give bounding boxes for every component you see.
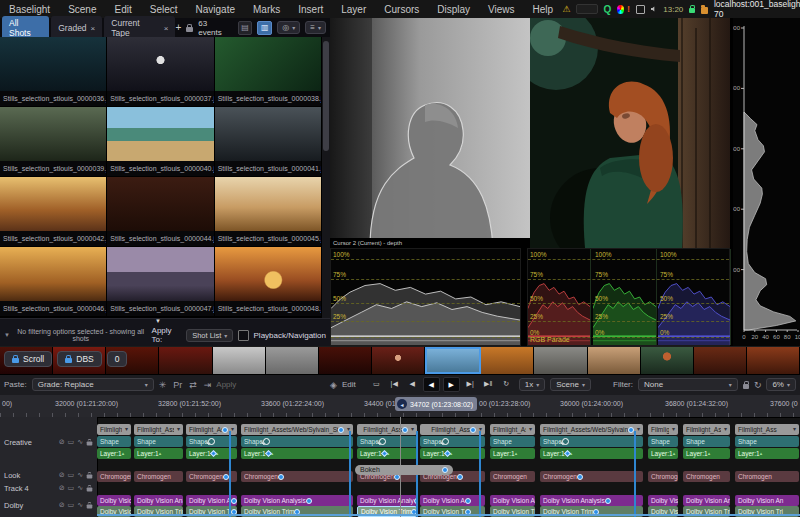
clip-filmlight[interactable]: Filmlight_Assets/Web/Sylvain_Stills/Stil… — [241, 424, 353, 435]
bokeh-pill[interactable]: Bokeh — [355, 465, 453, 475]
play-button[interactable]: ▶ — [443, 377, 460, 392]
gallery-thumbnail[interactable]: Stills_selection_stlouis_0000042.j — [0, 177, 107, 247]
chevron-down-icon[interactable]: ▾ — [231, 424, 234, 435]
gallery-scrollbar[interactable] — [322, 37, 330, 318]
colorwheel-icon[interactable] — [617, 5, 624, 14]
timeline-ruler[interactable]: 00)32000 (01:21:20:00)32800 (01:21:52:00… — [0, 395, 800, 418]
collapse-icon[interactable]: ▴ — [159, 448, 162, 459]
clip-chromogen[interactable]: Chromogen — [490, 471, 535, 482]
clip-shape[interactable]: Shape — [97, 436, 131, 447]
clip-filmlight[interactable]: Filmlight_Assets/Web/Sylvain_Still▾ — [540, 424, 643, 435]
display-icon[interactable] — [636, 5, 645, 14]
swap-icon[interactable]: ⇄ — [189, 380, 197, 390]
clip-shape[interactable]: Shape — [241, 436, 353, 447]
loop-button[interactable]: ↻ — [499, 377, 514, 390]
filmstrip-thumbnail[interactable] — [534, 347, 587, 374]
close-tab-icon[interactable]: × — [164, 24, 169, 33]
gallery-thumbnail[interactable]: Stills_selection_stlouis_0000047.j — [107, 247, 214, 317]
menubar-item-views[interactable]: Views — [479, 4, 524, 15]
menubar-item-display[interactable]: Display — [428, 4, 479, 15]
play-reverse-button[interactable]: ◀ — [423, 377, 440, 392]
clip-shape[interactable]: Shape — [735, 436, 799, 447]
gallery-lock-icon[interactable] — [186, 27, 193, 32]
connector-dot-icon[interactable] — [465, 498, 471, 504]
cursor-line[interactable] — [479, 431, 481, 517]
apply-to-select[interactable]: Shot List▾ — [186, 329, 233, 342]
chevron-down-icon[interactable]: ▾ — [529, 424, 532, 435]
refresh-icon[interactable]: ↻ — [754, 380, 762, 390]
close-tab-icon[interactable]: × — [91, 24, 96, 33]
connector-dot-icon[interactable] — [470, 427, 476, 433]
project-folder-icon[interactable] — [701, 7, 708, 14]
clip-chromogen[interactable]: Chromogen — [648, 471, 678, 482]
clip-dolby-analysis[interactable]: Dolby Vision Analysis — [540, 495, 643, 506]
clip-filmlight[interactable]: Filmlight_Ass▾ — [357, 424, 417, 435]
timeline[interactable]: 00)32000 (01:21:20:00)32800 (01:21:52:00… — [0, 395, 800, 517]
collapse-icon[interactable]: ▴ — [760, 448, 763, 459]
grid-view-button[interactable]: ▥ — [257, 21, 272, 35]
chevron-down-icon[interactable]: ▾ — [672, 424, 675, 435]
gallery-thumbnail[interactable]: Stills_selection_stlouis_0000044.j — [107, 177, 214, 247]
menubar-item-layer[interactable]: Layer — [332, 4, 375, 15]
clip-dolby-analysis[interactable]: Dolby Vision Ana — [97, 495, 131, 506]
clip-dolby-analysis[interactable]: Dolby Vision Ana — [490, 495, 535, 506]
clip-shape[interactable]: Shape — [490, 436, 535, 447]
step-forward-button[interactable]: ▶| — [463, 377, 478, 390]
collapse-icon[interactable]: ▴ — [515, 448, 518, 459]
gallery-thumbnail[interactable]: Stills_selection_stlouis_0000040.j — [107, 107, 214, 177]
connector-dot-icon[interactable] — [231, 498, 237, 504]
dbs-lock-button[interactable]: DBS — [57, 351, 101, 367]
menubar-item-scene[interactable]: Scene — [59, 4, 105, 15]
filmstrip-thumbnail[interactable] — [372, 347, 425, 374]
connector-dot-icon[interactable] — [457, 474, 463, 480]
connector-dot-icon[interactable] — [222, 427, 228, 433]
timeline-zoom-select[interactable]: 6%▾ — [766, 378, 796, 391]
gallery-thumbnail[interactable]: Stills_selection_stlouis_0000046.j — [0, 247, 107, 317]
menubar-item-marks[interactable]: Marks — [244, 4, 289, 15]
collapse-icon[interactable]: ▴ — [708, 448, 711, 459]
clip-filmlight[interactable]: Filmlight_Ass▾ — [97, 424, 131, 435]
connector-dot-icon[interactable] — [605, 498, 611, 504]
depth-matte-viewer[interactable] — [330, 18, 530, 248]
mark-icon[interactable]: ▭ — [369, 377, 384, 390]
gallery-layout-dropdown[interactable]: ≡▾ — [305, 21, 326, 34]
cursor-line[interactable] — [634, 431, 636, 517]
clip-layer[interactable]: Layer:1▴ — [490, 448, 535, 459]
chevron-down-icon[interactable]: ▾ — [793, 424, 796, 435]
menubar-item-cursors[interactable]: Cursors — [375, 4, 428, 15]
clip-layer[interactable]: Layer:1▴ — [648, 448, 678, 459]
clip-chromogen[interactable]: Chromogen — [97, 471, 131, 482]
clip-dolby-analysis[interactable]: Dolby Vision — [648, 495, 678, 506]
warning-icon[interactable]: ⚠ — [562, 4, 570, 14]
clip-dolby-analysis[interactable]: Dolby Vision Ana — [683, 495, 730, 506]
clip-shape[interactable]: Shape — [648, 436, 678, 447]
gallery-thumbnail[interactable]: Stills_selection_stlouis_0000048.j — [215, 247, 322, 317]
clip-chromogen[interactable]: Chromogen — [134, 471, 183, 482]
connector-dot-icon[interactable] — [402, 427, 408, 433]
clip-shape[interactable]: Shape — [683, 436, 730, 447]
chevron-down-icon[interactable]: ▾ — [411, 424, 414, 435]
menubar-item-insert[interactable]: Insert — [289, 4, 332, 15]
clip-filmlight[interactable]: Filmlight_▾ — [648, 424, 678, 435]
clip-layer[interactable]: Layer:1▴ — [683, 448, 730, 459]
clip-layer[interactable]: Layer:1▴ — [420, 448, 485, 459]
pr-icon[interactable]: Pr — [173, 380, 182, 390]
clip-shape[interactable]: Shape — [540, 436, 643, 447]
list-view-button[interactable]: ▤ — [238, 21, 253, 35]
menubar-item-edit[interactable]: Edit — [106, 4, 141, 15]
clip-filmlight[interactable]: Filmlight_Ass▾ — [420, 424, 485, 435]
menubar-item-baselight[interactable]: Baselight — [0, 4, 59, 15]
step-back-button[interactable]: ◀ — [405, 377, 420, 390]
filmstrip-thumbnail[interactable] — [747, 347, 800, 374]
clip-filmlight[interactable]: Filmlight_Ass▾ — [735, 424, 799, 435]
grade-star-icon[interactable]: ✳ — [159, 380, 167, 390]
clip-layer[interactable]: Layer:1▴ — [540, 448, 643, 459]
scene-select[interactable]: Scene▾ — [550, 378, 591, 391]
filmstrip-thumbnail[interactable] — [641, 347, 694, 374]
speed-select[interactable]: 1x▾ — [519, 378, 545, 391]
clip-shape[interactable]: Shape — [357, 436, 417, 447]
filmstrip-thumbnail[interactable] — [319, 347, 372, 374]
clip-dolby-analysis[interactable]: Dolby Vision Ana — [134, 495, 183, 506]
goto-start-button[interactable]: |◀ — [387, 377, 402, 390]
collapse-icon[interactable]: ▴ — [122, 448, 125, 459]
